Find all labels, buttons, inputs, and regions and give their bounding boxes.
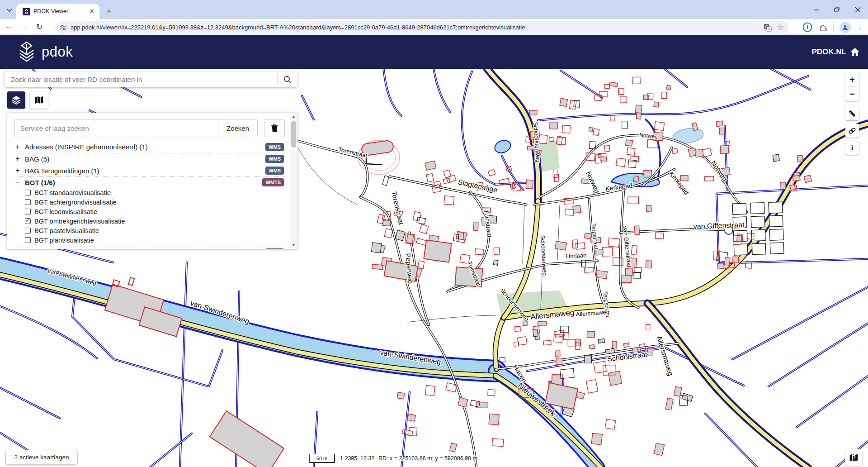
new-tab-button[interactable]: + [103,5,115,17]
checkbox-unchecked[interactable] [25,209,31,214]
pdok-logo-icon [16,41,37,63]
checkbox-checked[interactable] [25,218,31,224]
window-controls [806,0,868,19]
expand-icon[interactable] [14,167,21,175]
scale-ratio: 1:2395 [340,455,357,462]
expand-icon[interactable] [14,248,21,249]
tab-title: PDOK Viewer [33,8,88,14]
background-picker-button[interactable] [845,449,862,466]
service-row-bgt[interactable]: BGT (1/6) WMTS [14,176,285,188]
pdok-brand-text[interactable]: pdok [42,44,73,60]
trash-icon [271,124,278,132]
browser-tab[interactable]: PDOK Viewer ✕ [16,4,99,19]
window-restore-button[interactable] [826,0,847,19]
forward-icon[interactable]: → [19,21,30,32]
checkbox-unchecked[interactable] [25,228,31,234]
window-close-button[interactable] [847,0,868,19]
service-type-badge: WMS [265,167,284,175]
info-button[interactable]: i [845,141,859,155]
scale-bar: 50 m [309,454,335,463]
browser-window: PDOK Viewer ✕ + ← → ↻ app.pdok.nl/viewer… [0,0,868,467]
home-icon [850,48,860,57]
scrollbar-thumb[interactable] [291,121,296,148]
zoom-in-button[interactable]: + [845,72,859,86]
checkbox-unchecked[interactable] [25,190,31,195]
layers-panel-toggle[interactable] [7,91,25,109]
checkbox-unchecked[interactable] [25,199,31,205]
url-bar[interactable]: app.pdok.nl/viewer/#x=225219.01&y=591999… [55,21,788,33]
layer-row-achtergrond[interactable]: BGT achtergrondvisualisatie [14,197,285,207]
zoom-control-group: + − [845,72,859,101]
service-row-bag[interactable]: BAG (5) WMS [14,153,285,164]
service-type-badge: WMTS [262,178,284,186]
expand-icon[interactable] [14,143,21,151]
share-link-button[interactable] [845,124,859,138]
service-row-bag-terugmeldingen[interactable]: BAG Terugmeldingen (1) WMS [14,165,285,176]
zoom-level: 12.32 [360,455,374,462]
search-button[interactable] [278,76,297,84]
scroll-up-icon[interactable]: ▲ [290,113,297,120]
collapse-icon[interactable] [14,178,21,186]
translate-icon[interactable]: G A [764,24,772,32]
expand-icon[interactable] [14,155,21,163]
url-text[interactable]: app.pdok.nl/viewer/#x=225219.01&y=591999… [71,24,760,31]
service-row-bgt-terugmeldingen[interactable]: BGT Terugmeldingen (1) WMS [14,247,285,249]
search-icon [283,76,292,84]
service-row-adresses[interactable]: Adresses (INSPIRE geharmoniseerd) (1) WM… [14,141,285,152]
site-settings-icon[interactable] [60,24,67,31]
profile-avatar[interactable] [840,22,851,33]
pdok-nl-link[interactable]: PDOK.NL [812,48,860,57]
zoom-out-button[interactable]: − [845,87,859,101]
panel-scrollbar[interactable]: ▲ ▼ [290,113,297,248]
tab-search-chevron-icon[interactable] [4,4,15,16]
background-map-toggle[interactable] [30,91,48,109]
active-layers-chip[interactable]: 2 actieve kaartlagen [5,450,78,465]
map-pin-icon [849,453,858,462]
layer-panel: Zoeken Adresses (INSPIRE geharmoniseerd)… [7,113,297,249]
password-manager-icon[interactable] [802,22,812,32]
layer-row-plan[interactable]: BGT planvisualisatie [14,235,285,245]
link-icon [848,127,856,135]
street-label: Urnlaan [566,252,586,260]
layer-row-standaard[interactable]: BGT standaardvisualisatie [14,188,285,197]
scroll-down-icon[interactable]: ▼ [290,242,297,248]
layer-row-icoon[interactable]: BGT icoonvisualisatie [14,207,285,216]
measure-button[interactable] [845,106,859,120]
toolbar-divider [833,23,834,31]
service-type-badge: WMS [265,143,284,151]
pdok-favicon-icon [23,8,30,15]
browser-tab-strip: PDOK Viewer ✕ + [0,0,868,19]
browser-toolbar: ← → ↻ app.pdok.nl/viewer/#x=225219.01&y=… [0,19,868,35]
browser-menu-icon[interactable]: ⋮ [857,23,863,31]
location-search-bar [5,71,297,87]
service-search-button[interactable]: Zoeken [218,119,258,137]
clear-layers-button[interactable] [264,119,285,137]
back-icon[interactable]: ← [4,21,15,32]
reload-icon[interactable]: ↻ [34,21,45,32]
rd-coordinates: RD: x = 225103,66 m; y = 592086,90 m [378,455,477,462]
ruler-icon [848,110,856,118]
tab-close-icon[interactable]: ✕ [88,8,96,15]
layer-row-omtrekgerichte[interactable]: BGT omtrekgerichtevisualisatie [14,216,285,226]
map-icon [34,96,43,104]
service-search-input[interactable] [14,119,218,137]
pdok-header: pdok PDOK.NL [0,35,868,69]
svg-text:A: A [768,27,770,31]
service-type-badge: WMS [265,248,284,249]
location-search-input[interactable] [5,76,277,83]
bookmark-star-icon[interactable]: ☆ [777,23,784,32]
layers-icon [12,95,21,105]
extensions-puzzle-icon[interactable] [818,23,827,32]
checkbox-unchecked[interactable] [25,237,31,243]
layer-row-pastel[interactable]: BGT pastelvisualisatie [14,226,285,235]
map-area: TorenstraatTorenstraatSlagtersrijgeTuins… [0,69,868,467]
service-type-badge: WMS [265,155,284,163]
window-minimize-button[interactable] [806,0,826,19]
